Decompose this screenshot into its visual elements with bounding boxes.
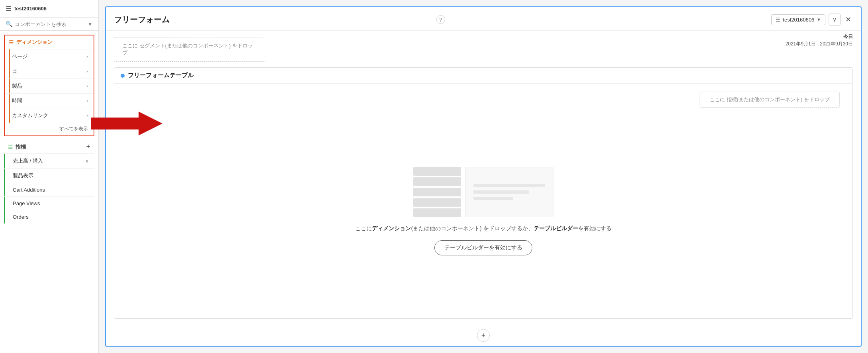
- dimension-time-label: 時間: [12, 97, 22, 104]
- close-panel-button[interactable]: ✕: [844, 14, 853, 25]
- metrics-section-label: 指標: [16, 143, 84, 151]
- filter-icon[interactable]: ▼: [87, 21, 93, 27]
- table-grid: [413, 167, 461, 217]
- panel-header: フリーフォーム ? ☰ test20160606 ▼ ∨ ✕: [106, 7, 861, 31]
- sidebar-suite-title: test20160606: [14, 6, 47, 12]
- add-metric-icon[interactable]: +: [86, 143, 90, 151]
- table-section-title: フリーフォームテーブル: [128, 72, 194, 79]
- date-range: 2021年9月1日 - 2021年9月30日: [786, 40, 853, 47]
- dimension-item-product[interactable]: 製品 ›: [5, 78, 94, 93]
- suite-icon: ☰: [776, 17, 780, 23]
- metric-revenue-label: 売上高 / 購入: [10, 157, 43, 165]
- metric-item-orders[interactable]: Orders: [4, 210, 94, 224]
- freeform-panel: フリーフォーム ? ☰ test20160606 ▼ ∨ ✕ ここに セグメント…: [105, 6, 862, 347]
- segment-drop-zone[interactable]: ここに セグメント(または他のコンポーネント) をドロップ: [114, 37, 265, 62]
- sidebar-header: ☰ test20160606: [0, 0, 98, 18]
- chevron-down-icon: ▼: [817, 17, 821, 22]
- segment-drop-label: ここに セグメント(または他のコンポーネント) をドロップ: [122, 43, 253, 56]
- table-section-header: フリーフォームテーブル: [114, 68, 852, 84]
- search-icon: 🔍: [6, 21, 12, 27]
- table-empty-state: ここにディメンション(または他のコンポーネント) をドロップするか、テーブルビル…: [355, 108, 611, 318]
- chevron-right-icon: ›: [86, 113, 88, 118]
- dimensions-icon: ☰: [9, 39, 14, 45]
- dimension-product-label: 製品: [12, 82, 22, 90]
- table-illustration: [413, 167, 553, 217]
- dimension-item-time[interactable]: 時間 ›: [5, 93, 94, 108]
- enable-table-builder-button[interactable]: テーブルビルダーを有効にする: [434, 240, 532, 255]
- metric-drop-zone[interactable]: ここに 指標(または他のコンポーネント) をドロップ: [700, 92, 840, 108]
- chevron-right-icon: ›: [86, 54, 88, 59]
- metric-drop-label: ここに 指標(または他のコンポーネント) をドロップ: [710, 96, 830, 102]
- date-info: 今日 2021年9月1日 - 2021年9月30日: [786, 33, 853, 47]
- metric-pageviews-label: Page Views: [10, 200, 40, 206]
- suite-selector[interactable]: ☰ test20160606 ▼: [771, 14, 825, 25]
- dimensions-section-label: ディメンション: [16, 39, 53, 46]
- metrics-section: ☰ 指標 + 売上高 / 購入 ∧ 製品表示 Cart Additions Pa…: [4, 140, 94, 224]
- main-content: フリーフォーム ? ☰ test20160606 ▼ ∨ ✕ ここに セグメント…: [99, 0, 868, 353]
- dimension-item-customlink[interactable]: カスタムリンク ›: [5, 108, 94, 123]
- dimension-customlink-label: カスタムリンク: [12, 112, 48, 119]
- sidebar-scroll: ☰ ディメンション ページ › 日 › 製品 › 時間 ›: [0, 31, 98, 353]
- metrics-icon: ☰: [8, 144, 13, 150]
- nav-up-button[interactable]: ∨: [829, 14, 841, 25]
- panel-title: フリーフォーム: [114, 14, 432, 25]
- sidebar: ☰ test20160606 🔍 ▼ ☰ ディメンション ページ › 日 ›: [0, 0, 99, 353]
- metric-revenue-icon: ∧: [85, 158, 89, 164]
- dimension-item-day[interactable]: 日 ›: [5, 64, 94, 78]
- metric-item-productview[interactable]: 製品表示: [4, 168, 94, 183]
- metric-cart-label: Cart Additions: [10, 187, 45, 193]
- table-content: ここに 指標(または他のコンポーネント) をドロップ: [114, 84, 852, 318]
- search-input[interactable]: [15, 21, 85, 27]
- add-panel-button[interactable]: +: [477, 329, 490, 342]
- freeform-table-section: フリーフォームテーブル ここに 指標(または他のコンポーネント) をドロップ: [114, 67, 853, 319]
- table-text-preview: [465, 167, 553, 217]
- table-dot: [121, 74, 125, 78]
- dimensions-section-header[interactable]: ☰ ディメンション: [5, 35, 94, 49]
- panel-body: ここに セグメント(または他のコンポーネント) をドロップ 今日 2021年9月…: [106, 31, 861, 325]
- show-all-dimensions[interactable]: すべてを表示: [5, 123, 94, 135]
- metric-item-revenue[interactable]: 売上高 / 購入 ∧: [4, 153, 94, 168]
- dimension-item-page[interactable]: ページ ›: [5, 49, 94, 64]
- panel-toolbar: ☰ test20160606 ▼ ∨ ✕: [771, 14, 853, 25]
- help-icon[interactable]: ?: [436, 15, 445, 24]
- chevron-right-icon: ›: [86, 83, 88, 89]
- metrics-section-header: ☰ 指標 +: [4, 140, 94, 153]
- dimension-page-label: ページ: [12, 53, 27, 60]
- chevron-right-icon: ›: [86, 69, 88, 74]
- bottom-add-area: +: [106, 325, 861, 346]
- menu-icon: ☰: [6, 5, 11, 12]
- chevron-right-icon: ›: [86, 98, 88, 104]
- metric-item-pageviews[interactable]: Page Views: [4, 196, 94, 210]
- metric-orders-label: Orders: [10, 214, 29, 220]
- metric-productview-label: 製品表示: [10, 172, 33, 179]
- metric-item-cart-additions[interactable]: Cart Additions: [4, 183, 94, 196]
- suite-selector-label: test20160606: [783, 17, 814, 23]
- dimensions-section: ☰ ディメンション ページ › 日 › 製品 › 時間 ›: [4, 35, 94, 136]
- table-empty-hint: ここにディメンション(または他のコンポーネント) をドロップするか、テーブルビル…: [355, 225, 611, 232]
- date-label: 今日: [786, 33, 853, 40]
- dimension-day-label: 日: [12, 68, 17, 75]
- sidebar-search-bar: 🔍 ▼: [0, 18, 98, 31]
